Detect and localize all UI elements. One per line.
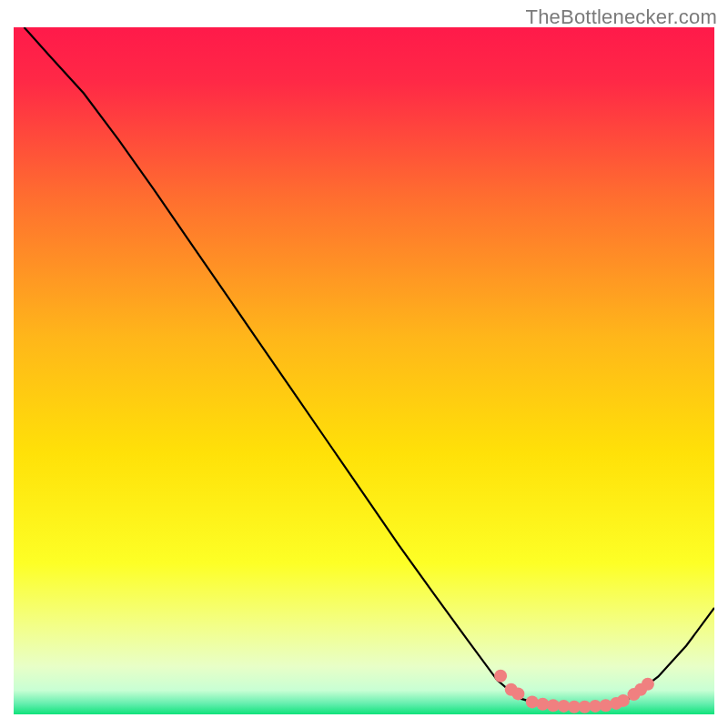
curve-marker	[600, 699, 612, 712]
curve-marker	[511, 687, 524, 700]
curve-marker	[494, 670, 507, 682]
gradient-fill	[14, 27, 714, 714]
curve-marker	[642, 678, 654, 691]
watermark-text: TheBottlenecker.com	[526, 5, 717, 29]
curve-marker	[526, 695, 539, 708]
bottleneck-chart	[14, 27, 714, 714]
